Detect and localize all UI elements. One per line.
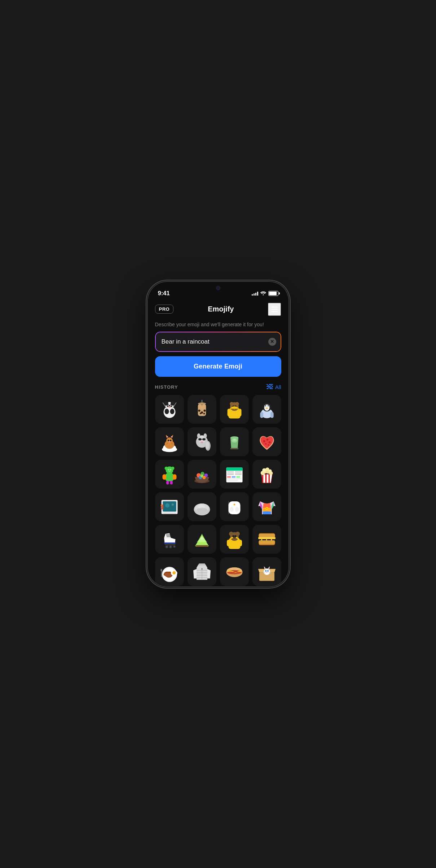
svg-rect-135 [161,507,162,508]
svg-point-64 [169,440,171,441]
svg-rect-91 [173,474,177,480]
svg-rect-156 [164,543,175,545]
svg-point-84 [265,443,267,445]
svg-point-88 [171,467,174,470]
svg-point-201 [267,570,269,572]
emoji-cell-beanbag[interactable] [188,492,216,521]
emoji-penguin [256,398,278,420]
emoji-cell-matcha-cake[interactable] [188,525,216,554]
svg-rect-109 [227,471,234,472]
svg-point-81 [263,440,265,442]
emoji-cell-cat-cloud[interactable] [155,427,184,456]
svg-point-200 [265,570,267,572]
pro-badge-button[interactable]: PRO [155,305,174,314]
svg-point-50 [268,405,269,406]
emoji-cell-gummy-bear[interactable] [155,460,184,489]
emoji-grid [155,395,281,586]
emoji-planner [224,463,245,485]
emoji-squirrel [191,431,213,453]
svg-rect-108 [226,467,242,471]
emoji-bear-raincoat [224,398,245,420]
phone-screen: 9:41 [148,282,289,586]
emoji-cell-heart-pizza[interactable] [252,427,281,456]
svg-point-33 [198,402,206,405]
emoji-beanbag [191,496,213,518]
input-wrapper: ✕ [155,332,281,352]
svg-point-172 [233,537,236,538]
svg-point-152 [266,508,267,509]
svg-rect-93 [170,481,173,485]
emoji-matcha-cake [191,528,213,550]
emoji-cell-bubbletea[interactable] [188,395,216,424]
status-icons [252,291,278,296]
emoji-input[interactable] [155,332,281,352]
svg-rect-53 [270,412,273,418]
svg-rect-190 [201,568,203,570]
emoji-cell-grilled-cheese[interactable] [252,525,281,554]
emoji-puffer-jacket [191,561,213,583]
svg-rect-73 [202,438,205,440]
emoji-heart-pizza [256,431,278,453]
svg-point-30 [200,413,202,414]
emoji-cat-cloud [159,431,180,453]
emoji-cell-tiedye[interactable] [252,492,281,521]
svg-point-29 [203,409,206,411]
emoji-popcorn [256,463,278,485]
emoji-bubbletea [191,398,213,420]
svg-rect-117 [236,476,240,478]
svg-rect-136 [163,512,176,514]
svg-point-71 [203,433,207,438]
svg-rect-89 [165,473,174,481]
clear-input-button[interactable]: ✕ [268,338,276,346]
emoji-cell-hotdog[interactable] [220,557,249,586]
svg-point-138 [172,503,173,505]
history-header: HISTORY All [155,384,281,391]
svg-point-22 [168,406,171,408]
emoji-cell-squirrel[interactable] [188,427,216,456]
emoji-polaroid [159,496,180,518]
emoji-cell-bear-yellow-raincoat[interactable] [220,525,249,554]
svg-point-51 [266,407,268,409]
emoji-cell-eggs-steak[interactable] [155,557,184,586]
emoji-cell-bear-raincoat[interactable] [220,395,249,424]
emoji-panda [159,398,180,420]
emoji-cell-cat-box[interactable] [252,557,281,586]
battery-fill [269,292,277,295]
svg-rect-146 [231,507,232,509]
emoji-cell-penguin[interactable] [252,395,281,424]
emoji-cell-rollerblade[interactable] [155,525,184,554]
svg-rect-174 [259,534,275,538]
emoji-cell-planner[interactable] [220,460,249,489]
main-content[interactable]: PRO Emojify Describe your emoji and we'l… [148,300,289,586]
svg-point-127 [262,468,266,472]
emoji-eggs-steak [159,561,180,583]
generate-emoji-button[interactable]: Generate Emoji [155,356,281,377]
svg-rect-177 [259,540,275,544]
clear-icon: ✕ [270,339,274,344]
history-filter[interactable]: All [267,384,281,391]
emoji-fruit-bowl [191,463,213,485]
emoji-cell-airpods[interactable] [220,492,249,521]
svg-point-85 [268,444,269,446]
svg-point-202 [266,572,268,573]
emoji-cell-panda[interactable] [155,395,184,424]
emoji-cell-matcha[interactable] [220,427,249,456]
svg-point-96 [168,471,171,472]
svg-point-181 [172,571,176,574]
signal-bar-2 [254,293,255,296]
filter-icon [267,384,273,391]
svg-rect-118 [227,479,242,479]
emoji-cell-fruit-bowl[interactable] [188,460,216,489]
settings-button[interactable] [268,303,281,316]
svg-point-162 [173,546,175,547]
svg-point-149 [233,503,235,505]
filter-all-label[interactable]: All [275,384,281,390]
app-title: Emojify [208,305,234,313]
svg-point-31 [203,413,205,414]
battery-icon [268,291,278,296]
svg-point-132 [165,503,169,507]
emoji-cell-puffer-jacket[interactable] [188,557,216,586]
emoji-cell-polaroid[interactable] [155,492,184,521]
svg-rect-116 [232,476,235,478]
emoji-cell-popcorn[interactable] [252,460,281,489]
